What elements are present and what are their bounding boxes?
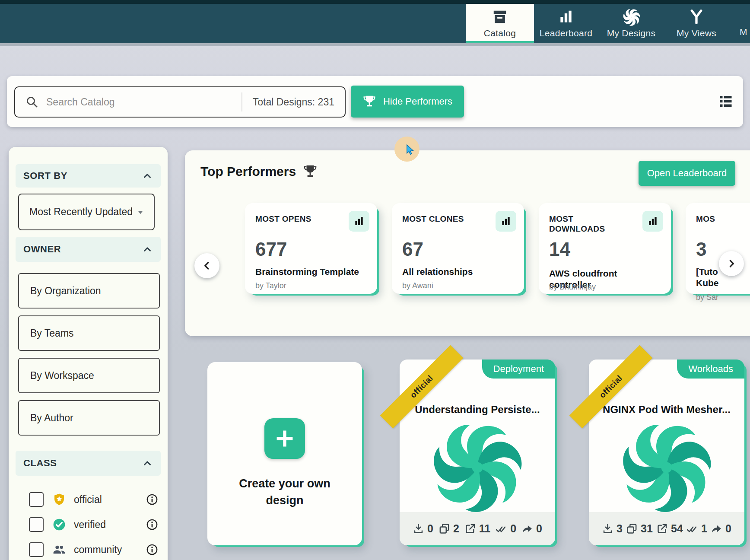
design-card-understanding-persistent[interactable]: official Deployment Understanding Persis… <box>400 360 555 545</box>
official-ribbon: official <box>569 345 652 428</box>
bar-chart-icon <box>558 9 574 25</box>
info-icon[interactable] <box>146 493 158 506</box>
performer-author: by Sar <box>696 293 718 302</box>
class-header[interactable]: CLASS <box>16 451 161 476</box>
stat-clones: 31 <box>626 522 653 535</box>
chevron-left-icon <box>201 260 213 271</box>
filter-by-organization-button[interactable]: By Organization <box>18 273 160 309</box>
create-design-label: Create your own design <box>231 475 339 509</box>
double-check-icon <box>496 523 507 535</box>
download-icon <box>602 523 613 535</box>
filter-by-workspace-button[interactable]: By Workspace <box>18 358 160 393</box>
class-option-label: community <box>74 544 146 556</box>
official-shield-icon <box>52 493 66 506</box>
carousel-next-button[interactable] <box>719 251 744 276</box>
search-input[interactable] <box>45 96 242 108</box>
performer-card-most-clones[interactable]: MOST CLONES 67 All relationships by Awan… <box>392 203 524 294</box>
performer-card-most-downloads[interactable]: MOST DOWNLOADS 14 AWS cloudfront control… <box>539 203 671 294</box>
trophy-icon <box>362 95 376 108</box>
owner-header[interactable]: OWNER <box>16 237 161 262</box>
performer-metric-value: 677 <box>255 239 287 260</box>
share-icon <box>521 523 533 535</box>
clone-icon <box>626 523 638 535</box>
chevron-up-icon <box>142 244 153 255</box>
meshery-spiral-logo <box>432 423 522 512</box>
design-card-title: NGINX Pod With Mesher... <box>597 404 737 416</box>
performer-card-most-opens[interactable]: MOST OPENS 677 Brainstorming Template by… <box>245 203 377 294</box>
list-view-icon[interactable] <box>718 93 734 109</box>
performer-metric-label: MOST DOWNLOADS <box>549 214 631 234</box>
performer-design-name: All relationships <box>402 266 515 277</box>
info-icon[interactable] <box>146 519 158 531</box>
verified-checkbox[interactable] <box>29 517 44 532</box>
total-designs-count: Total Designs: 231 <box>242 96 345 108</box>
performer-author: by Taylor <box>255 281 286 290</box>
community-checkbox[interactable] <box>29 542 44 557</box>
caret-down-icon <box>136 207 145 217</box>
navbar-top-strip <box>0 0 750 4</box>
tab-partial[interactable]: M <box>740 4 750 43</box>
stat-shares: 0 <box>521 522 542 535</box>
tab-catalog[interactable]: Catalog <box>466 4 534 43</box>
meshery-spiral-logo <box>622 423 712 512</box>
official-checkbox[interactable] <box>29 492 44 507</box>
filter-by-author-button[interactable]: By Author <box>18 400 160 436</box>
clone-icon <box>439 523 450 535</box>
performer-metric-value: 3 <box>696 239 706 260</box>
performer-metric-label: MOST CLONES <box>402 214 484 224</box>
views-y-icon <box>688 9 705 25</box>
performer-author: by Awani <box>402 281 433 290</box>
create-design-card[interactable]: Create your own design <box>207 362 362 545</box>
tab-label: My Views <box>677 28 716 38</box>
tab-label: M <box>740 27 747 37</box>
catalog-toolbar: Total Designs: 231 Hide Performers <box>7 76 743 127</box>
hide-performers-label: Hide Performers <box>383 96 452 107</box>
sort-by-header[interactable]: SORT BY <box>16 164 161 188</box>
hide-performers-button[interactable]: Hide Performers <box>351 86 464 118</box>
meshery-spiral-icon <box>623 9 639 25</box>
carousel-prev-button[interactable] <box>194 253 219 278</box>
sort-by-dropdown[interactable]: Most Recently Updated <box>18 194 155 230</box>
bar-chart-icon <box>349 211 369 232</box>
performer-author: by Bhuminjay <box>549 283 596 292</box>
stat-clones: 2 <box>439 522 459 535</box>
performer-metric-value: 67 <box>402 239 423 260</box>
create-design-plus-button[interactable] <box>264 418 305 459</box>
filter-by-teams-button[interactable]: By Teams <box>18 315 160 351</box>
owner-title: OWNER <box>23 244 61 255</box>
tab-my-views[interactable]: My Views <box>669 4 724 43</box>
tab-my-designs[interactable]: My Designs <box>601 4 661 43</box>
stat-verifications: 0 <box>496 522 516 535</box>
stat-shares: 0 <box>711 522 731 535</box>
performer-metric-label: MOS <box>696 214 750 224</box>
search-icon <box>25 95 38 108</box>
tab-label: Leaderboard <box>540 28 592 38</box>
double-check-icon <box>686 523 698 535</box>
tab-label: Catalog <box>484 28 516 38</box>
tab-leaderboard[interactable]: Leaderboard <box>537 4 594 43</box>
top-performers-header: Top Performers <box>200 164 318 179</box>
stat-opens: 54 <box>656 522 683 535</box>
tab-label: My Designs <box>607 28 656 38</box>
share-icon <box>711 523 722 535</box>
chevron-up-icon <box>142 458 153 469</box>
stat-downloads: 3 <box>602 522 623 535</box>
open-in-new-icon <box>464 523 476 535</box>
class-option-label: verified <box>74 519 146 531</box>
performer-card-clipped[interactable]: MOS 3 [Tuto Kube by Sar <box>686 203 750 294</box>
plus-icon <box>273 427 296 450</box>
archive-icon <box>492 9 508 25</box>
open-in-new-icon <box>656 523 668 535</box>
performer-metric-value: 14 <box>549 239 570 260</box>
performer-metric-label: MOST OPENS <box>255 214 337 224</box>
design-card-nginx-pod[interactable]: official Workloads NGINX Pod With Mesher… <box>589 360 744 545</box>
search-box[interactable]: Total Designs: 231 <box>14 86 346 118</box>
class-option-community: community <box>9 541 168 558</box>
top-performers-panel: Top Performers Open Leaderboard MOST OPE… <box>185 150 750 336</box>
info-icon[interactable] <box>146 544 158 556</box>
filter-sidebar: SORT BY Most Recently Updated OWNER By O… <box>9 147 168 560</box>
community-people-icon <box>52 543 66 557</box>
card-type-tag: Deployment <box>482 360 555 379</box>
bar-chart-icon <box>496 211 516 232</box>
open-leaderboard-button[interactable]: Open Leaderboard <box>639 161 735 186</box>
